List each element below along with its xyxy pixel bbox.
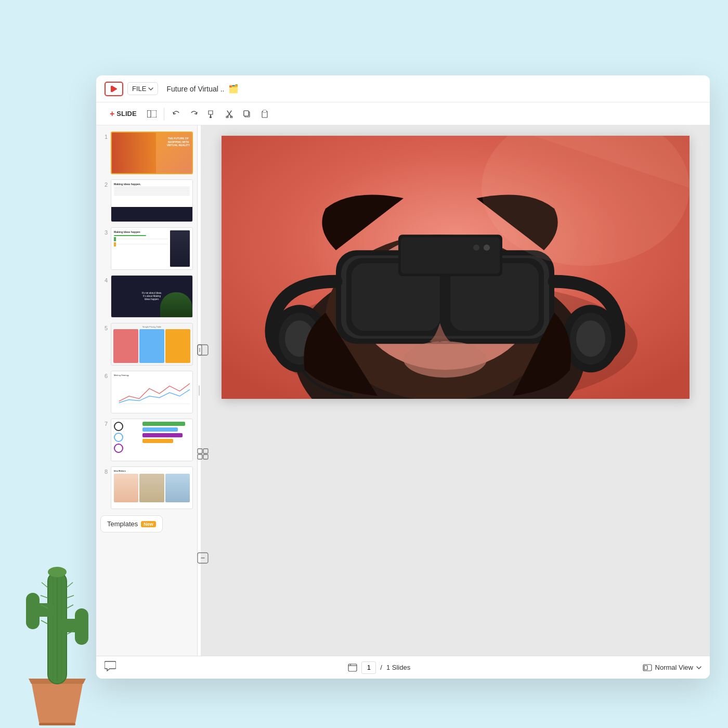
title-bar: FILE Future of Virtual .. 🗂️ [96,75,710,102]
svg-rect-58 [644,666,647,670]
slide-item-1[interactable]: 1 THE FUTURE OFSHOPPING WITHVIRTUAL REAL… [96,129,197,176]
svg-point-35 [473,244,479,251]
slide-num-4: 4 [100,275,108,283]
comment-icon[interactable] [105,660,116,674]
svg-rect-68 [75,608,88,645]
svg-rect-49 [203,449,208,453]
slide-num-6: 6 [100,371,108,379]
add-slide-button[interactable]: + SLIDE [105,107,142,121]
vr-image-svg [222,136,690,399]
svg-rect-66 [26,593,40,629]
canvas-area [201,125,710,656]
file-menu[interactable]: FILE [127,82,158,95]
svg-rect-45 [198,345,208,355]
svg-line-75 [67,605,73,608]
copy-button[interactable] [239,106,255,122]
slide-thumb-5: Simple Pricing Table [111,323,193,366]
svg-point-36 [484,244,490,251]
slide-item-3[interactable]: 3 Making Ideas happen [96,225,197,272]
resize-handle-dot [199,385,200,396]
view-mode-selector[interactable]: Normal View [643,664,701,671]
slide-item-8[interactable]: 8 Idea Makers [96,464,197,511]
slide-num-8: 8 [100,466,108,475]
svg-point-42 [576,320,605,357]
svg-line-70 [41,595,48,598]
slide-num-7: 7 [100,419,108,427]
save-icon[interactable]: 🗂️ [228,84,239,94]
svg-rect-16 [263,110,266,112]
slides-icon [348,664,357,672]
svg-rect-50 [198,454,202,459]
slide-thumb-6: Making Strategy [111,371,193,413]
view-mode-label: Normal View [655,664,693,671]
page-number-input[interactable] [361,661,376,674]
play-button[interactable] [105,82,123,96]
slide-grid-icon[interactable] [196,448,210,460]
slides-panel: 1 THE FUTURE OFSHOPPING WITHVIRTUAL REAL… [96,125,198,656]
redo-button[interactable] [186,106,202,122]
slide-layout-button[interactable] [144,106,160,122]
slide-canvas[interactable] [222,136,690,399]
cactus-decoration [10,520,104,728]
svg-rect-54 [348,664,357,671]
plus-icon: + [110,109,114,119]
add-slide-label: SLIDE [116,110,136,118]
view-mode-icon [643,664,652,671]
svg-rect-5 [210,116,212,118]
slide-num-5: 5 [100,323,108,331]
paste-button[interactable] [257,106,272,122]
toolbar-divider [164,108,164,120]
templates-button[interactable]: Templates New [100,515,163,532]
slide-thumb-8: Idea Makers [111,466,193,509]
toolbar: + SLIDE [96,102,710,125]
svg-rect-59 [39,723,75,725]
slide-num-2: 2 [100,179,108,188]
slide-num-3: 3 [100,227,108,236]
slide-thumb-4: It's not about Ideas.It's about MakingId… [111,275,193,318]
svg-rect-1 [111,86,112,92]
slide-item-2[interactable]: 2 Making ideas happen. [96,177,197,224]
svg-rect-34 [401,237,500,274]
svg-rect-12 [244,111,249,116]
slide-thumb-7 [111,419,193,461]
svg-point-77 [48,567,67,577]
slide-num-1: 1 [100,132,108,140]
templates-label: Templates [107,520,138,528]
status-center: / 1 Slides [348,661,410,674]
status-bar: / 1 Slides Normal View [96,656,710,679]
svg-line-72 [41,620,48,624]
slide-thumb-1: THE FUTURE OFSHOPPING WITHVIRTUAL REALIT… [111,132,193,174]
vr-slide [222,136,690,399]
svg-line-73 [67,582,73,588]
svg-line-74 [67,595,74,598]
page-total: 1 Slides [386,664,410,671]
slide-item-5[interactable]: 5 Simple Pricing Table [96,321,197,368]
slide-item-4[interactable]: 4 It's not about Ideas.It's about Making… [96,273,197,320]
paint-format-button[interactable] [204,106,219,122]
slide-thumb-2: Making ideas happen. [111,179,193,222]
slide-zoom-icon[interactable] [196,552,210,564]
status-left [105,660,116,674]
slide-item-6[interactable]: 6 Making Strategy [96,369,197,415]
view-mode-chevron [696,666,701,669]
undo-button[interactable] [168,106,184,122]
svg-rect-2 [147,110,157,118]
svg-marker-0 [112,86,117,92]
svg-point-43 [404,341,487,378]
slide-thumb-3: Making Ideas happen [111,227,193,270]
svg-rect-3 [147,110,151,118]
file-label: FILE [132,85,146,93]
templates-new-badge: New [141,521,156,527]
svg-rect-51 [203,454,208,459]
cut-button[interactable] [222,106,237,122]
svg-line-69 [42,582,48,588]
app-window: FILE Future of Virtual .. 🗂️ + SLIDE [96,75,710,679]
svg-rect-48 [198,449,202,453]
slide-item-7[interactable]: 7 [96,417,197,463]
main-content: 1 THE FUTURE OFSHOPPING WITHVIRTUAL REAL… [96,125,710,656]
document-title: Future of Virtual .. [166,85,224,93]
sidebar-expand-icon[interactable] [196,344,210,356]
page-divider: / [380,664,382,671]
